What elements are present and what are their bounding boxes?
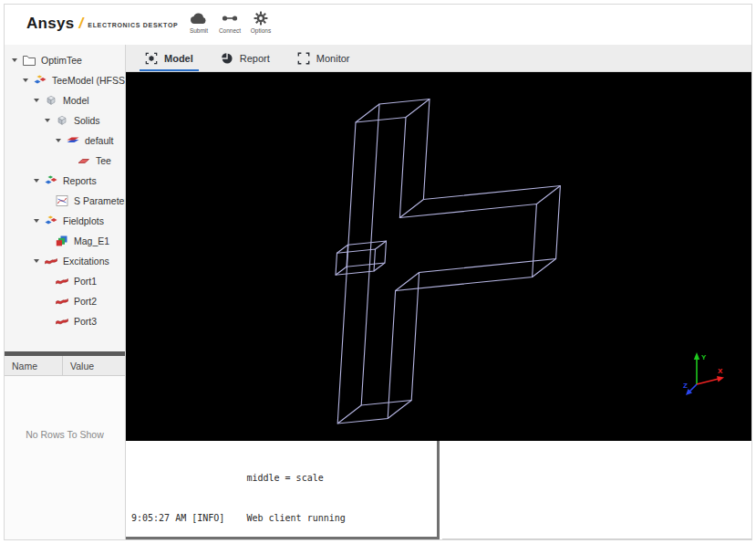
gear-icon — [245, 10, 276, 26]
view-tabbar: Model Report Monitor — [126, 45, 751, 72]
properties-grid: No Rows To Show — [5, 376, 125, 539]
monitor-tab-icon — [297, 52, 310, 65]
tree-item-label: OptimTee — [41, 55, 82, 66]
cloud-icon — [183, 10, 214, 26]
solids-icon — [55, 113, 69, 128]
properties-empty-text: No Rows To Show — [26, 429, 104, 539]
tree-item-label: Tee — [96, 155, 111, 166]
model-icon — [44, 93, 58, 108]
tab-label: Model — [164, 53, 193, 64]
tree-item-reports[interactable]: Reports — [5, 171, 125, 191]
header-toolbar: Submit Connect Optio — [183, 10, 276, 34]
model-tab-icon — [145, 52, 158, 65]
tree-item-teemodel[interactable]: TeeModel (HFSS) — [5, 70, 125, 90]
tab-label: Report — [240, 53, 270, 64]
log-line: 9:05:27 AM [INFO] Web client running — [131, 512, 437, 526]
message-console: middle = scale 9:05:27 AM [INFO] Web cli… — [126, 441, 751, 539]
connect-label: Connect — [214, 27, 245, 34]
tree-item-solids[interactable]: Solids — [5, 110, 125, 131]
tree-item-label: Fieldplots — [63, 215, 104, 226]
axis-label-y: Y — [701, 353, 707, 361]
tree-item-label: Model — [63, 95, 89, 106]
tree-item-optimtee[interactable]: OptimTee — [5, 50, 125, 70]
tree-item-label: Port2 — [74, 296, 97, 307]
chevron-down-icon[interactable] — [45, 119, 55, 122]
material-icon — [66, 133, 80, 148]
folder-icon — [22, 53, 36, 68]
app-header: Ansys / ELECTRONICS DESKTOP Submit Conne… — [5, 5, 751, 45]
console-secondary-pane — [442, 441, 751, 539]
fieldplots-icon — [44, 214, 58, 228]
console-log-pane[interactable]: middle = scale 9:05:27 AM [INFO] Web cli… — [126, 441, 440, 539]
tree-item-label: Mag_E1 — [74, 235, 109, 246]
product-name: ELECTRONICS DESKTOP — [88, 22, 178, 28]
options-label: Options — [245, 27, 276, 34]
axis-label-z: Z — [683, 382, 688, 390]
port-icon — [55, 274, 69, 288]
properties-name-header: Name — [5, 356, 63, 375]
chevron-down-icon[interactable] — [56, 139, 66, 142]
chevron-down-icon[interactable] — [34, 99, 44, 102]
tree-item-label: Solids — [74, 115, 100, 126]
console-horizontal-scrollbar[interactable] — [126, 537, 437, 539]
tab-report[interactable]: Report — [207, 45, 284, 71]
tree-item-label: S Parameters — [74, 195, 125, 206]
tree-item-label: Port3 — [74, 316, 97, 327]
chevron-down-icon[interactable] — [34, 179, 44, 183]
tree-item-fieldplots[interactable]: Fieldplots — [5, 211, 125, 231]
chevron-down-icon[interactable] — [23, 78, 33, 82]
tree-item-port3[interactable]: Port3 — [5, 311, 125, 331]
main-area: Model Report Monitor — [126, 45, 751, 539]
submit-label: Submit — [183, 27, 214, 34]
fieldplot-icon — [55, 234, 69, 248]
tee-wireframe — [126, 72, 751, 441]
chevron-down-icon[interactable] — [12, 58, 22, 62]
tree-item-label: Reports — [63, 175, 97, 186]
tree-item-default[interactable]: default — [5, 131, 125, 151]
report-tab-icon — [221, 52, 233, 65]
logo-slash: / — [79, 15, 84, 33]
log-line: middle = scale — [131, 472, 437, 486]
properties-header: Name Value — [5, 356, 125, 376]
reports-icon — [44, 173, 58, 188]
sheet-icon — [77, 153, 91, 168]
electronics-desktop-app: Ansys / ELECTRONICS DESKTOP Submit Conne… — [4, 4, 752, 540]
model-viewport-3d[interactable]: Y X Z — [126, 72, 751, 441]
submit-button[interactable]: Submit — [183, 10, 214, 34]
tab-label: Monitor — [316, 53, 350, 64]
tree-item-port1[interactable]: Port1 — [5, 271, 125, 291]
connect-icon — [214, 10, 245, 26]
axis-label-x: X — [718, 367, 723, 375]
connect-button[interactable]: Connect — [214, 10, 245, 34]
chevron-down-icon[interactable] — [34, 219, 44, 223]
ansys-logo: Ansys / ELECTRONICS DESKTOP — [26, 15, 178, 33]
tree-item-s-parameters[interactable]: S Parameters — [5, 191, 125, 211]
axis-triad: Y X Z — [682, 348, 728, 401]
excitations-icon — [44, 254, 58, 268]
port-icon — [55, 294, 69, 309]
tab-monitor[interactable]: Monitor — [284, 45, 364, 71]
tree-item-excitations[interactable]: Excitations — [5, 251, 125, 271]
project-sidebar: OptimTee TeeModel (HFSS) Model — [5, 45, 126, 539]
console-log: middle = scale 9:05:27 AM [INFO] Web cli… — [126, 441, 437, 539]
tree-item-mag-e1[interactable]: Mag_E1 — [5, 231, 125, 251]
tree-item-label: TeeModel (HFSS) — [52, 75, 125, 86]
s-parameters-icon — [55, 194, 69, 208]
options-button[interactable]: Options — [245, 10, 276, 34]
app-window: Ansys / ELECTRONICS DESKTOP Submit Conne… — [0, 0, 756, 544]
tree-item-port2[interactable]: Port2 — [5, 291, 125, 311]
tree-item-label: Port1 — [74, 276, 97, 287]
tree-item-tee[interactable]: Tee — [5, 151, 125, 171]
chevron-down-icon[interactable] — [34, 259, 44, 263]
project-tree: OptimTee TeeModel (HFSS) Model — [5, 45, 125, 346]
tab-model[interactable]: Model — [131, 45, 207, 71]
brand-name: Ansys — [26, 15, 75, 33]
tree-item-label: Excitations — [63, 256, 109, 267]
tree-item-label: default — [85, 135, 114, 146]
port-icon — [55, 314, 69, 329]
tree-item-model[interactable]: Model — [5, 90, 125, 110]
properties-value-header: Value — [63, 361, 94, 371]
design-icon — [33, 73, 47, 88]
